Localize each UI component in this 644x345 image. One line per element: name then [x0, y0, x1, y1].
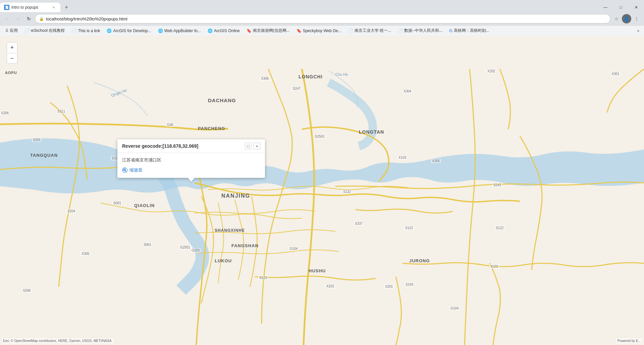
popup-header-buttons: □ ×: [245, 143, 260, 149]
road-x301-top: X301: [610, 72, 620, 76]
zoom-out-button[interactable]: −: [7, 53, 17, 64]
forward-button[interactable]: →: [13, 14, 23, 23]
tab-favicon: 📄: [4, 5, 9, 10]
bookmark-label: 数据--中华人民共和...: [404, 28, 442, 33]
popup-body: 江苏省南京市浦口区 缩放至: [117, 153, 265, 178]
bookmark-label: 应用: [10, 28, 18, 33]
label-lukou: LUKOU: [215, 258, 232, 263]
label-longchi: LONGCHI: [299, 74, 323, 79]
road-s243-bot: S243: [405, 282, 414, 287]
map-controls: + −: [7, 42, 17, 64]
label-hushu: HUSHU: [309, 268, 326, 273]
bookmark-speckyboy[interactable]: 🔖 Speckyboy Web De...: [294, 27, 344, 35]
bookmark-arcgis-developers[interactable]: 🌐 ArcGIS for Develop...: [104, 27, 154, 35]
url-text: localhost/blog/Intro%20to%20popups.html: [46, 16, 606, 21]
zoom-icon: [122, 167, 127, 173]
new-tab-button[interactable]: +: [62, 3, 71, 12]
tab-close-button[interactable]: ×: [51, 5, 56, 10]
bookmark-favicon: G: [449, 28, 452, 33]
map-container[interactable]: AOPU LONGCHI DACHANG PANCHENG LONGTAN TA…: [0, 36, 644, 345]
map-background: [0, 36, 644, 345]
label-fangshan: FANGSHAN: [231, 243, 259, 248]
road-x305-bot: X305: [80, 252, 90, 256]
bookmark-favicon: 🔖: [297, 28, 302, 33]
minimize-button[interactable]: —: [598, 3, 613, 12]
bookmark-data-china[interactable]: 📄 数据--中华人民共和...: [395, 27, 445, 35]
road-s331: S331: [32, 138, 42, 142]
road-s206-bot: S206: [22, 288, 32, 293]
bookmark-nanjing-travel[interactable]: 🔖 南京旅游网(信息网...: [244, 27, 292, 35]
road-x305-top: X305: [431, 159, 441, 163]
bookmark-favicon: 🔖: [247, 28, 252, 33]
bookmark-this-is-a-link[interactable]: 📄 This is a link: [69, 27, 103, 35]
active-tab[interactable]: 📄 Intro to popups ×: [0, 3, 60, 12]
road-s122-right: S122: [404, 226, 414, 230]
road-s001-bot: S001: [143, 243, 152, 247]
window-controls: — □ ✕: [598, 3, 644, 12]
bookmark-apps[interactable]: ⠿ 应用: [3, 27, 20, 35]
close-window-button[interactable]: ✕: [629, 3, 644, 12]
bookmark-favicon: 📄: [398, 28, 403, 33]
bookmark-label: 南京工业大学 统一...: [355, 28, 391, 33]
back-button[interactable]: ←: [3, 14, 12, 23]
reload-button[interactable]: ↻: [24, 14, 34, 23]
bookmarks-overflow-button[interactable]: »: [635, 28, 641, 34]
road-g104-bot: G104: [449, 306, 460, 310]
popup-title: Reverse geocode:[118.678,32.069]: [122, 143, 242, 149]
bookmark-label: Speckyboy Web De...: [303, 28, 341, 33]
label-jurong: JURONG: [409, 258, 430, 263]
bookmark-web-appbuilder[interactable]: 🌐 Web AppBuilder fo...: [155, 27, 204, 35]
bookmark-arcgis-online[interactable]: 🌐 ArcGIS Online: [205, 27, 243, 35]
bookmark-label: w3school 在线教程: [31, 28, 65, 33]
zoom-to-label: 缩放至: [129, 167, 143, 173]
road-g40: G40: [166, 123, 174, 127]
bookmark-star-button[interactable]: ☆: [612, 14, 621, 23]
road-g2501-bot: G2501: [179, 245, 191, 250]
label-tangquan: TANGQUAN: [30, 153, 58, 158]
bookmark-gaotie[interactable]: G 高铁网：高铁时刻...: [446, 27, 492, 35]
address-bar-actions: ☆ 👤 ⋮: [612, 14, 641, 23]
bookmark-w3school[interactable]: 📄 w3school 在线教程: [22, 27, 67, 35]
svg-line-2: [125, 171, 126, 172]
popup-close-button[interactable]: ×: [254, 143, 260, 149]
road-x202-bot: X202: [325, 284, 335, 288]
popup-arrow: [188, 178, 195, 182]
road-s206-top: S206: [0, 111, 10, 115]
road-x201: X201: [384, 284, 394, 289]
bookmark-label: ArcGIS Online: [214, 28, 240, 33]
browser-chrome: 📄 Intro to popups × + — □ ✕ ← → ↻ 🔒 loca…: [0, 0, 644, 36]
road-g205: G205: [191, 248, 201, 253]
map-attribution: Esri, © OpenStreetMap contributors, HERE…: [2, 338, 113, 343]
tab-title: Intro to popups: [11, 5, 49, 10]
label-pancheng: PANCHENG: [198, 126, 225, 131]
label-qiaolin: QIAOLIN: [134, 203, 155, 208]
menu-button[interactable]: ⋮: [632, 14, 641, 23]
label-longtan: LONGTAN: [359, 129, 384, 135]
road-s243-mid: S243: [492, 183, 502, 187]
bookmark-njut[interactable]: 📄 南京工业大学 统一...: [345, 27, 394, 35]
road-s123: S123: [258, 276, 268, 280]
popup-zoom-to-button[interactable]: 缩放至: [122, 166, 260, 175]
road-g104-top: G104: [288, 247, 299, 251]
tab-bar: 📄 Intro to popups × + — □ ✕: [0, 0, 644, 12]
label-shangxinhe: SHANGXINHE: [215, 228, 245, 233]
road-g2501-top: G2501: [314, 134, 326, 139]
road-x304: X304: [402, 89, 412, 93]
zoom-in-button[interactable]: +: [7, 42, 17, 53]
address-bar[interactable]: 🔒 localhost/blog/Intro%20to%20popups.htm…: [35, 14, 610, 23]
label-aopu: AOPU: [5, 71, 17, 75]
road-s311-top: S311: [56, 109, 66, 114]
bookmark-favicon: 📄: [71, 28, 76, 33]
bookmark-favicon: 🌐: [208, 28, 213, 33]
bookmark-favicon: 📄: [348, 28, 353, 33]
bookmark-label: 高铁网：高铁时刻...: [454, 28, 489, 33]
map-popup: Reverse geocode:[118.678,32.069] □ × 江苏省…: [117, 139, 265, 178]
apps-icon: ⠿: [5, 28, 8, 33]
profile-button[interactable]: 👤: [622, 14, 631, 23]
bookmark-label: Web AppBuilder fo...: [164, 28, 201, 33]
maximize-button[interactable]: □: [613, 3, 629, 12]
popup-maximize-button[interactable]: □: [245, 143, 252, 149]
bookmark-label: 南京旅游网(信息网...: [253, 28, 290, 33]
security-icon: 🔒: [39, 17, 44, 21]
address-bar-row: ← → ↻ 🔒 localhost/blog/Intro%20to%20popu…: [0, 12, 644, 25]
